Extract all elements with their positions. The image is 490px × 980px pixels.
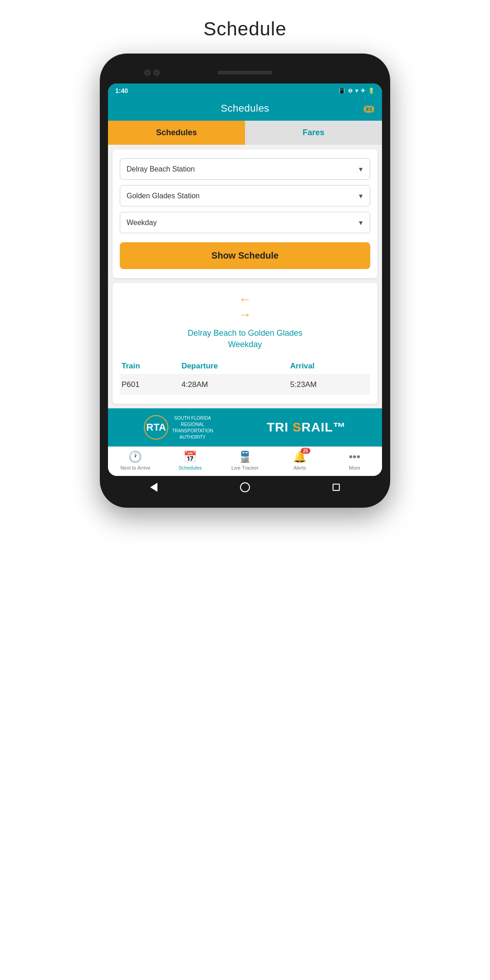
nav-live-tracker-label: Live Tracker <box>231 465 259 470</box>
train-icon: 🚆 <box>238 451 252 463</box>
wifi-icon: ▾ <box>355 88 358 94</box>
phone-top-bezel <box>108 66 382 79</box>
left-arrow-icon: ← <box>120 292 370 307</box>
tri-s-accent: S <box>293 420 302 434</box>
nav-schedules-label: Schedules <box>179 465 202 470</box>
home-circle-icon <box>240 482 250 492</box>
tri-rail-logo: TRI SRAIL™ <box>267 420 346 435</box>
train-number: P601 <box>120 374 180 395</box>
airplane-icon: ✈ <box>361 88 365 94</box>
front-camera <box>144 69 151 76</box>
status-icons: 📳 ⊖ ▾ ✈ 🔋 <box>338 88 375 94</box>
col-departure: Departure <box>180 358 289 375</box>
from-station-select[interactable]: Delray Beach Station <box>120 158 370 180</box>
front-sensor <box>153 69 160 76</box>
nav-more-label: More <box>349 465 360 470</box>
rta-full-text: SOUTH FLORIDAREGIONALTRANSPORTATIONAUTHO… <box>172 415 213 440</box>
from-station-wrapper: Delray Beach Station ▼ <box>120 158 370 180</box>
alerts-badge-count: 25 <box>301 448 310 454</box>
rta-abbr: RTA <box>146 421 166 433</box>
page-title: Schedule <box>203 18 286 40</box>
col-arrival: Arrival <box>288 358 370 375</box>
route-arrows: ← → <box>120 292 370 322</box>
schedule-form-card: Delray Beach Station ▼ Golden Glades Sta… <box>113 149 377 278</box>
schedule-result-card: ← → Delray Beach to Golden GladesWeekday… <box>113 283 377 404</box>
phone-screen: 1:40 📳 ⊖ ▾ ✈ 🔋 Schedules 🎟 Schedules Far… <box>108 83 382 476</box>
mute-icon: ⊖ <box>348 88 353 94</box>
rta-logo: RTA SOUTH FLORIDAREGIONALTRANSPORTATIONA… <box>144 415 213 440</box>
app-header: Schedules 🎟 <box>108 98 382 121</box>
nav-schedules[interactable]: 📅 Schedules <box>163 451 218 470</box>
phone-shell: 1:40 📳 ⊖ ▾ ✈ 🔋 Schedules 🎟 Schedules Far… <box>100 54 390 508</box>
arrival-time: 5:23AM <box>288 374 370 395</box>
nav-alerts[interactable]: 🔔 25 Alerts <box>272 451 327 470</box>
right-arrow-icon: → <box>120 307 370 323</box>
vibrate-icon: 📳 <box>338 88 345 94</box>
app-header-title: Schedules <box>220 103 269 114</box>
nav-next-to-arrive-label: Next to Arrive <box>120 465 150 470</box>
schedule-table: Train Departure Arrival P601 4:28AM 5:23… <box>120 358 370 395</box>
rta-circle-emblem: RTA <box>144 415 168 440</box>
footer-banner: RTA SOUTH FLORIDAREGIONALTRANSPORTATIONA… <box>108 408 382 446</box>
col-train: Train <box>120 358 180 375</box>
show-schedule-button[interactable]: Show Schedule <box>120 242 370 269</box>
departure-time: 4:28AM <box>180 374 289 395</box>
nav-next-to-arrive[interactable]: 🕐 Next to Arrive <box>108 451 163 470</box>
route-title: Delray Beach to Golden GladesWeekday <box>120 328 370 350</box>
phone-nav-buttons <box>108 476 382 495</box>
nav-alerts-label: Alerts <box>294 465 306 470</box>
ticket-icon[interactable]: 🎟 <box>363 102 375 116</box>
tabs-container: Schedules Fares <box>108 121 382 145</box>
calendar-icon: 📅 <box>183 451 197 463</box>
recent-square-icon <box>333 484 340 491</box>
status-time: 1:40 <box>115 87 128 94</box>
nav-more[interactable]: ••• More <box>327 451 382 470</box>
tab-fares[interactable]: Fares <box>245 121 382 145</box>
table-row: P601 4:28AM 5:23AM <box>120 374 370 395</box>
day-type-select[interactable]: Weekday <box>120 212 370 233</box>
more-dots-icon: ••• <box>349 451 360 463</box>
tab-schedules[interactable]: Schedules <box>108 121 245 145</box>
status-bar: 1:40 📳 ⊖ ▾ ✈ 🔋 <box>108 83 382 98</box>
nav-live-tracker[interactable]: 🚆 Live Tracker <box>218 451 273 470</box>
day-type-wrapper: Weekday ▼ <box>120 212 370 233</box>
recents-button[interactable] <box>331 482 341 492</box>
back-triangle-icon <box>150 483 157 492</box>
to-station-wrapper: Golden Glades Station ▼ <box>120 185 370 206</box>
bottom-nav: 🕐 Next to Arrive 📅 Schedules 🚆 Live Trac… <box>108 446 382 476</box>
phone-speaker <box>218 71 272 74</box>
alerts-badge-wrapper: 🔔 25 <box>293 451 307 463</box>
home-button[interactable] <box>240 482 250 492</box>
clock-icon: 🕐 <box>128 451 142 463</box>
battery-icon: 🔋 <box>368 88 375 94</box>
back-button[interactable] <box>149 482 159 492</box>
to-station-select[interactable]: Golden Glades Station <box>120 185 370 206</box>
